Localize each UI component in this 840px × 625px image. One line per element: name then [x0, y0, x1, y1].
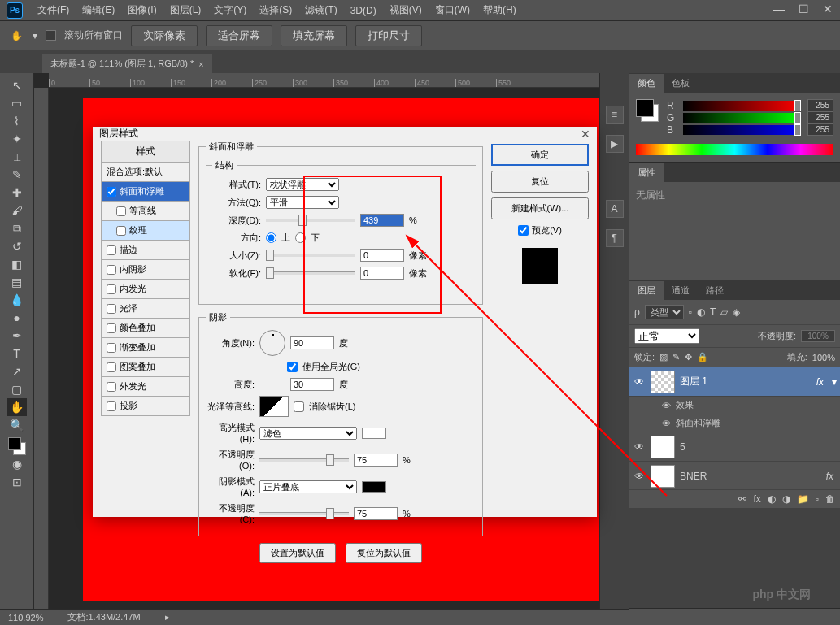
color-current-swatch[interactable] [636, 99, 660, 124]
delete-layer-icon[interactable]: 🗑 [825, 493, 835, 505]
lock-position-icon[interactable]: ✥ [685, 352, 692, 362]
lock-paint-icon[interactable]: ✎ [672, 352, 680, 362]
color-tab[interactable]: 颜色 [629, 74, 664, 93]
document-tab-close[interactable]: × [198, 59, 203, 69]
bevel-emboss-item[interactable]: 斜面和浮雕 [101, 182, 190, 202]
b-value[interactable]: 255 [807, 124, 833, 136]
satin-item[interactable]: 光泽 [101, 299, 190, 319]
actions-panel-icon[interactable]: ▶ [606, 135, 624, 153]
angle-input[interactable] [290, 336, 334, 349]
swatches-tab[interactable]: 色板 [664, 74, 698, 93]
channels-tab[interactable]: 通道 [664, 281, 698, 300]
blend-mode-select[interactable]: 正常 [634, 328, 699, 344]
satin-checkbox[interactable] [107, 304, 116, 314]
layer-kind-select[interactable]: 类型 [645, 305, 684, 319]
set-default-button[interactable]: 设置为默认值 [259, 543, 336, 563]
gradient-tool[interactable]: ▤ [7, 273, 27, 291]
color-overlay-item[interactable]: 颜色叠加 [101, 319, 190, 338]
blur-tool[interactable]: 💧 [7, 291, 27, 309]
menu-edit[interactable]: 编辑(E) [76, 3, 121, 17]
cancel-button[interactable]: 复位 [491, 171, 589, 193]
g-slider[interactable] [683, 113, 801, 123]
shadow-mode-select[interactable]: 正片叠底 [259, 480, 357, 493]
drop-shadow-checkbox[interactable] [107, 401, 116, 411]
technique-select[interactable]: 平滑 [266, 196, 339, 209]
pattern-overlay-checkbox[interactable] [107, 362, 116, 372]
filter-pixel-icon[interactable]: ▫ [689, 306, 692, 318]
menu-window[interactable]: 窗口(W) [429, 3, 477, 17]
lock-all-icon[interactable]: 🔒 [697, 352, 708, 362]
preview-checkbox[interactable] [518, 225, 529, 236]
dodge-tool[interactable]: ● [7, 309, 27, 327]
contour-item[interactable]: 等高线 [101, 202, 190, 221]
history-brush-tool[interactable]: ↺ [7, 237, 27, 255]
size-slider[interactable] [266, 254, 355, 257]
inner-shadow-checkbox[interactable] [107, 265, 116, 275]
layer-name[interactable]: BNER [680, 471, 707, 482]
group-icon[interactable]: 📁 [797, 493, 809, 505]
fill-screen-button[interactable]: 填充屏幕 [281, 25, 347, 46]
type-tool[interactable]: T [7, 345, 27, 362]
antialias-checkbox[interactable] [294, 401, 304, 412]
paths-tab[interactable]: 路径 [698, 281, 732, 300]
menu-select[interactable]: 选择(S) [253, 3, 298, 17]
minimize-button[interactable]: — [767, 0, 791, 18]
shadow-color-swatch[interactable] [362, 481, 386, 493]
lasso-tool[interactable]: ⌇ [7, 112, 27, 130]
layer-bevel-row[interactable]: 👁 斜面和浮雕 [629, 414, 840, 432]
maximize-button[interactable]: ☐ [791, 0, 816, 18]
layer-effects-row[interactable]: 👁 效果 [629, 397, 840, 414]
lock-transparent-icon[interactable]: ▨ [659, 352, 668, 362]
layer-item-2[interactable]: 👁 5 [629, 432, 840, 462]
layer-visibility-icon[interactable]: 👁 [633, 471, 646, 482]
move-tool[interactable]: ↖ [7, 76, 27, 94]
paragraph-panel-icon[interactable]: ¶ [606, 229, 624, 247]
inner-glow-checkbox[interactable] [107, 284, 116, 294]
foreground-color[interactable] [8, 437, 21, 450]
properties-tab[interactable]: 属性 [629, 163, 664, 182]
menu-image[interactable]: 图像(I) [121, 3, 163, 17]
altitude-input[interactable] [290, 378, 334, 391]
healing-tool[interactable]: ✚ [7, 184, 27, 202]
shadow-opacity-slider[interactable] [259, 512, 349, 515]
document-info[interactable]: 文档:1.43M/2.47M [67, 611, 140, 623]
gradient-overlay-item[interactable]: 渐变叠加 [101, 338, 190, 358]
stroke-checkbox[interactable] [107, 245, 116, 255]
pen-tool[interactable]: ✒ [7, 327, 27, 345]
filter-adjust-icon[interactable]: ◐ [697, 306, 705, 318]
layers-tab[interactable]: 图层 [629, 281, 664, 300]
bevel-checkbox[interactable] [107, 187, 116, 197]
inner-glow-item[interactable]: 内发光 [101, 280, 190, 299]
crop-tool[interactable]: ⟂ [7, 148, 27, 166]
style-select[interactable]: 枕状浮雕 [266, 178, 339, 191]
layer-visibility-icon[interactable]: 👁 [633, 376, 646, 388]
bevel-eye-icon[interactable]: 👁 [662, 419, 671, 428]
path-tool[interactable]: ↗ [7, 362, 27, 380]
menu-file[interactable]: 文件(F) [31, 3, 76, 17]
ok-button[interactable]: 确定 [491, 144, 589, 166]
b-slider[interactable] [683, 125, 801, 135]
contour-picker[interactable] [259, 396, 289, 417]
layer-item-1[interactable]: 👁 图层 1 fx ▾ [629, 367, 840, 397]
angle-dial[interactable] [259, 330, 285, 356]
effects-eye-icon[interactable]: 👁 [662, 401, 671, 410]
stroke-item[interactable]: 描边 [101, 241, 190, 260]
shape-tool[interactable]: ▢ [7, 380, 27, 398]
screenmode-tool[interactable]: ⊡ [7, 473, 27, 491]
layer-item-3[interactable]: 👁 BNER fx [629, 462, 840, 489]
outer-glow-item[interactable]: 外发光 [101, 377, 190, 397]
new-style-button[interactable]: 新建样式(W)... [491, 197, 589, 219]
styles-header[interactable]: 样式 [101, 141, 190, 163]
zoom-level[interactable]: 110.92% [8, 613, 43, 623]
status-chevron-icon[interactable]: ▸ [165, 612, 170, 623]
marquee-tool[interactable]: ▭ [7, 94, 27, 112]
link-layers-icon[interactable]: ⚯ [738, 493, 746, 505]
filter-type-icon[interactable]: T [710, 306, 716, 318]
layer-name[interactable]: 图层 1 [680, 375, 707, 388]
filter-shape-icon[interactable]: ▱ [720, 306, 728, 318]
direction-down-radio[interactable] [295, 232, 306, 243]
g-value[interactable]: 255 [807, 111, 833, 124]
dialog-titlebar[interactable]: 图层样式 ✕ [93, 127, 597, 141]
dialog-close-button[interactable]: ✕ [581, 128, 590, 141]
eyedropper-tool[interactable]: ✎ [7, 166, 27, 184]
